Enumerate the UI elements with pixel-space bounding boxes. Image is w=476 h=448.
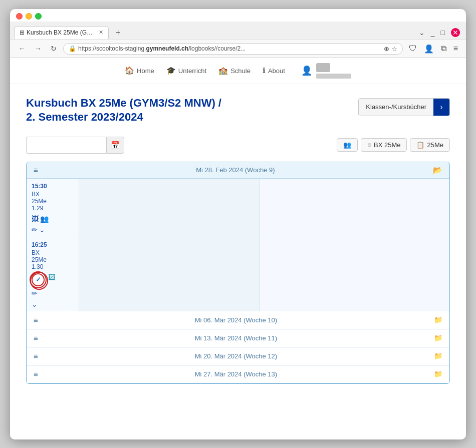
week11-list-icon[interactable]: ≡ [34,334,38,342]
user-icon: 👤 [301,65,312,76]
tab-bar: ⊞ Kursbuch BX 25Me (GYM3/... ✕ + ⌄ _ □ ✕ [10,22,466,40]
minimize-btn[interactable]: _ [431,29,435,37]
home-icon: 🏠 [125,66,134,75]
nav-home[interactable]: 🏠 Home [125,66,154,75]
week9-folder-icon[interactable]: 📂 [433,166,442,175]
week10-title: Mi 06. Mär 2024 (Woche 10) [38,316,434,324]
address-protocol: https://scooltools-staging. [78,45,146,52]
week11-row: ≡ Mi 13. Mär 2024 (Woche 11) 📁 [27,329,449,347]
lesson2-expand-row: ⌄ [32,300,76,308]
week13-row: ≡ Mi 27. Mär 2024 (Woche 13) 📁 [27,365,449,383]
tab-close-btn[interactable]: ✕ [99,29,103,36]
win-min-btn[interactable] [26,13,32,20]
week10-list-icon[interactable]: ≡ [34,316,38,324]
week13-list-icon[interactable]: ≡ [34,370,38,378]
week10-row: ≡ Mi 06. Mär 2024 (Woche 10) 📁 [27,311,449,329]
lesson1-action-icons: ✏ ⌄ [32,226,76,234]
group-view-btn[interactable]: 👥 [337,138,358,152]
lesson1-content-right [259,179,449,237]
lesson1-content [79,179,259,237]
calendar-btn[interactable]: 📅 [106,137,124,154]
week12-folder-icon[interactable]: 📁 [434,352,442,360]
week12-row: ≡ Mi 20. Mär 2024 (Woche 12) 📁 [27,347,449,365]
klassen-label: Klassen-/Kursbücher [359,99,433,116]
week9-header: ≡ Mi 28. Feb 2024 (Woche 9) 📂 [27,162,449,179]
schule-label: Schule [230,67,251,75]
week10-folder-icon[interactable]: 📁 [434,316,442,324]
lesson1-class: BX 25Me 1.29 [32,191,76,212]
nav-bar: ← → ↻ 🔒 https://scooltools-staging.gymne… [10,40,466,58]
lesson2-sidebar: 16:25 BX 25Me 1.30 ✓ 🖼 ✏ [27,237,79,311]
lesson1-image-icon[interactable]: 🖼 [32,215,39,223]
schule-icon: 🏫 [218,66,228,75]
week9-rows: 15:30 BX 25Me 1.29 🖼 👥 ✏ ⌄ [27,179,449,311]
home-label: Home [137,67,154,75]
tab-label: Kursbuch BX 25Me (GYM3/... [27,29,97,36]
win-close-btn[interactable] [16,13,23,20]
check-circle-icon[interactable]: ✓ [32,273,45,286]
page-title-line1: Kursbuch BX 25Me (GYM3/S2 MNW) / [26,97,221,109]
close-browser-btn[interactable]: ✕ [451,28,460,37]
lesson2-class: BX 25Me 1.30 [32,249,76,270]
view-buttons: 👥 ≡ BX 25Me 📋 25Me [337,138,450,152]
forward-btn[interactable]: → [32,44,44,54]
nav-actions: 🛡 👤 ⧉ ≡ [407,43,460,55]
calendar-icon: 📅 [111,141,120,150]
week13-title: Mi 27. Mär 2024 (Woche 13) [38,370,434,378]
lesson1-group-icon[interactable]: 👥 [40,215,49,223]
translate-icon[interactable]: ⊕ [384,45,389,53]
about-icon: ℹ [263,66,266,75]
address-text: https://scooltools-staging.gymneufeld.ch… [78,45,382,52]
lesson-row-2: 16:25 BX 25Me 1.30 ✓ 🖼 ✏ [27,237,449,311]
lesson2-content [79,237,259,311]
lesson1-icons: 🖼 👥 [32,215,76,223]
menu-btn[interactable]: ≡ [451,43,460,54]
group-icon: 👥 [343,141,351,149]
shield-btn[interactable]: 🛡 [407,43,419,54]
address-domain: gymneufeld.ch [146,45,188,52]
unterricht-icon: 🎓 [166,66,176,75]
nav-schule[interactable]: 🏫 Schule [218,66,251,75]
tab-favicon-icon: ⊞ [20,29,25,36]
lesson2-image-icon[interactable]: 🖼 [48,273,55,286]
star-icon[interactable]: ☆ [391,45,397,53]
maximize-btn[interactable]: □ [441,29,445,37]
week12-list-icon[interactable]: ≡ [34,352,38,360]
week12-title: Mi 20. Mär 2024 (Woche 12) [38,352,434,360]
nav-about[interactable]: ℹ About [263,66,285,75]
bx-list-icon: ≡ [367,141,371,149]
lesson2-expand-icon[interactable]: ⌄ [32,300,38,308]
account-btn[interactable]: 👤 [422,43,436,55]
week9-list-icon[interactable]: ≡ [34,166,38,174]
25me-label: 25Me [427,141,443,149]
lesson2-action-icons: ✏ [32,289,76,297]
nav-unterricht[interactable]: 🎓 Unterricht [166,66,206,75]
bx-view-btn[interactable]: ≡ BX 25Me [361,138,407,152]
klassen-kursbuecher-btn[interactable]: Klassen-/Kursbücher › [358,98,450,116]
user-name [316,74,351,79]
25me-view-btn[interactable]: 📋 25Me [410,138,450,152]
site-nav: 🏠 Home 🎓 Unterricht 🏫 Schule ℹ About 👤 [10,58,466,84]
page-title: Kursbuch BX 25Me (GYM3/S2 MNW) / 2. Seme… [26,96,221,125]
win-max-btn[interactable] [35,13,42,20]
lesson1-expand-icon[interactable]: ⌄ [39,226,45,234]
week11-folder-icon[interactable]: 📁 [434,334,442,342]
page-header: Kursbuch BX 25Me (GYM3/S2 MNW) / 2. Seme… [26,96,450,125]
extension-btn[interactable]: ⧉ [439,43,448,54]
lesson1-edit-icon[interactable]: ✏ [32,226,38,234]
active-tab[interactable]: ⊞ Kursbuch BX 25Me (GYM3/... ✕ [14,26,109,39]
bx-label: BX 25Me [374,141,400,149]
week11-title: Mi 13. Mär 2024 (Woche 11) [38,334,434,342]
lesson2-time: 16:25 [32,241,76,248]
back-btn[interactable]: ← [16,44,28,54]
reload-btn[interactable]: ↻ [48,44,59,54]
date-input[interactable] [26,137,106,154]
lesson2-edit-icon[interactable]: ✏ [32,289,38,297]
week13-folder-icon[interactable]: 📁 [434,370,442,378]
klassen-arrow[interactable]: › [433,99,449,116]
address-bar[interactable]: 🔒 https://scooltools-staging.gymneufeld.… [63,43,403,55]
logbook-table: ≡ Mi 28. Feb 2024 (Woche 9) 📂 15:30 BX 2… [26,162,450,384]
user-menu[interactable]: 👤 [301,63,351,79]
tab-list-btn[interactable]: ⌄ [419,29,425,37]
new-tab-btn[interactable]: + [111,26,125,40]
